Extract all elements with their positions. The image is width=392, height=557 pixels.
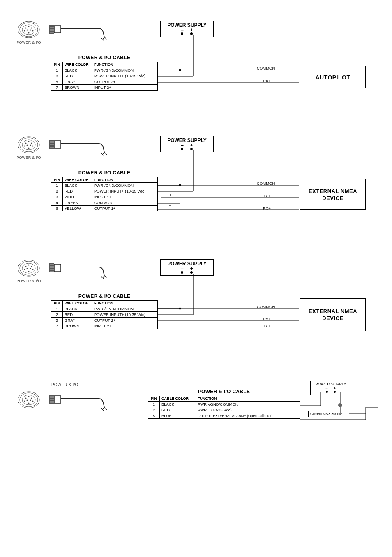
table-row: 2REDPOWER INPUT+ (10-35 Vdc) [51, 188, 158, 194]
cable-plug [49, 259, 115, 280]
diagram-autopilot: POWER & I/O POWER & I/O CABLE PIN WIRE C… [8, 21, 384, 107]
table-row: 2REDPOWER INPUT+ (10-35 Vdc) [51, 312, 158, 318]
diagram-nmea-2: POWER & I/O POWER & I/O CABLE PIN WIRE C… [8, 259, 384, 354]
device-box: AUTOPILOT [300, 66, 366, 88]
signal-label: COMMON [257, 66, 275, 70]
signal-label: TX+ [263, 324, 270, 328]
table-row: 2REDPWR + (10-35 Vdc) [148, 407, 300, 413]
connector: POWER & I/O [8, 21, 49, 44]
table-title: POWER & I/O CABLE [148, 388, 300, 396]
connector-label: POWER & I/O [8, 40, 49, 44]
table-title: POWER & I/O CABLE [51, 292, 158, 300]
diagram-nmea-1: POWER & I/O POWER & I/O CABLE PIN WIRE C… [8, 136, 384, 230]
power-supply-box: POWER SUPPLY – + [310, 381, 351, 395]
table-row: 1BLACKPWR-/GND/COMMON [51, 183, 158, 188]
power-supply-box: POWER SUPPLY – + [160, 21, 214, 37]
connector-label: POWER & I/O [51, 383, 78, 387]
cable-plug [49, 21, 115, 41]
signal-label: TX+ [263, 194, 270, 198]
svg-text:–: – [169, 203, 171, 207]
table-row: 1BLACKPWR-/GND/COMMON [51, 306, 158, 312]
table-row: 5GRAYOUTPUT 2+ [51, 318, 158, 323]
svg-point-27 [179, 184, 181, 186]
table-row: 3WHITEINPUT 1+ [51, 194, 158, 200]
table-row: 2REDPOWER INPUT+ (10-35 Vdc) [51, 73, 158, 79]
page-footer-rule [41, 528, 367, 528]
svg-text:+: + [169, 193, 171, 197]
device-box: EXTERNAL NMEA DEVICE [300, 298, 366, 331]
cable-plug [49, 391, 115, 411]
signal-label: RX+ [263, 79, 271, 83]
connector: POWER & I/O [8, 259, 49, 283]
signal-label: RX+ [263, 317, 271, 321]
table-row: 4GREENCOMMON [51, 200, 158, 206]
current-note: Current MAX 300mA [308, 411, 344, 417]
pin-table: PIN WIRE COLOR FUNCTION 1BLACKPWR-/GND/C… [51, 300, 158, 329]
signal-label: COMMON [257, 304, 275, 309]
table-row: 7BROWNINPUT 2+ [51, 85, 158, 91]
connector [8, 391, 49, 411]
table-title: POWER & I/O CABLE [51, 53, 158, 62]
table-row: 7BROWNINPUT 2+ [51, 323, 158, 329]
pin-table: PIN WIRE COLOR FUNCTION 1BLACKPWR-/GND/C… [51, 177, 158, 211]
pin-table: PIN WIRE COLOR FUNCTION 1BLACKPWR-/GND/C… [51, 62, 158, 91]
table-row: 6YELLOWOUTPUT 1+ [51, 206, 158, 211]
power-supply-box: POWER SUPPLY – + [160, 259, 214, 276]
connector-label: POWER & I/O [8, 155, 49, 160]
table-row: 5GRAYOUTPUT 2+ [51, 79, 158, 85]
signal-label: COMMON [257, 181, 275, 186]
connector-label: POWER & I/O [8, 279, 49, 283]
table-row: 1BLACKPWR-/GND/COMMON [51, 67, 158, 73]
svg-point-39 [179, 308, 181, 310]
minus-label: – [352, 414, 354, 419]
plus-label: + [352, 403, 354, 408]
table-title: POWER & I/O CABLE [51, 169, 158, 177]
pin-table: PIN CABLE COLOR FUNCTION 1BLACKPWR -/GND… [148, 396, 300, 419]
device-box: EXTERNAL NMEA DEVICE [300, 179, 366, 210]
signal-label: RX+ [263, 206, 271, 211]
connector: POWER & I/O [8, 136, 49, 160]
table-row: 8BLUEOUTPUT EXTERNAL ALARM+ (Open Collec… [148, 413, 300, 419]
cable-plug [49, 136, 115, 156]
svg-point-20 [179, 69, 181, 71]
table-row: 1BLACKPWR -/GND/COMMON [148, 402, 300, 407]
diagram-alarm: POWER & I/O POWER & I/O CABLE PIN CABLE … [8, 383, 384, 440]
power-supply-box: POWER SUPPLY – + [160, 136, 214, 152]
